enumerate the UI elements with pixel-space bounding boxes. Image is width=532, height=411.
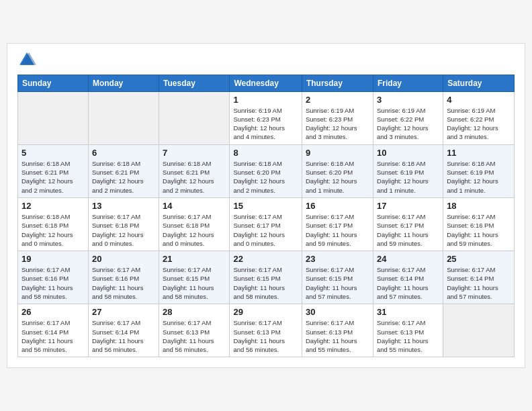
day-info: Sunrise: 6:17 AM Sunset: 6:13 PM Dayligh… — [377, 318, 439, 354]
calendar-cell: 11Sunrise: 6:18 AM Sunset: 6:19 PM Dayli… — [443, 144, 515, 197]
day-number: 10 — [377, 148, 439, 158]
calendar-cell: 17Sunrise: 6:17 AM Sunset: 6:17 PM Dayli… — [373, 197, 443, 250]
day-number: 9 — [306, 148, 369, 158]
day-number: 21 — [163, 254, 226, 264]
calendar-cell: 23Sunrise: 6:17 AM Sunset: 6:15 PM Dayli… — [302, 251, 373, 304]
calendar-cell: 27Sunrise: 6:17 AM Sunset: 6:14 PM Dayli… — [88, 304, 159, 357]
calendar-week-2: 5Sunrise: 6:18 AM Sunset: 6:21 PM Daylig… — [18, 144, 515, 197]
calendar-cell: 6Sunrise: 6:18 AM Sunset: 6:21 PM Daylig… — [88, 144, 159, 197]
day-number: 28 — [163, 307, 226, 317]
day-info: Sunrise: 6:19 AM Sunset: 6:22 PM Dayligh… — [447, 106, 511, 142]
calendar-cell: 21Sunrise: 6:17 AM Sunset: 6:15 PM Dayli… — [159, 251, 230, 304]
calendar-cell: 13Sunrise: 6:17 AM Sunset: 6:18 PM Dayli… — [88, 197, 159, 250]
calendar-cell: 28Sunrise: 6:17 AM Sunset: 6:13 PM Dayli… — [159, 304, 230, 357]
day-info: Sunrise: 6:19 AM Sunset: 6:23 PM Dayligh… — [233, 106, 298, 142]
day-number: 25 — [447, 254, 511, 264]
calendar-cell: 2Sunrise: 6:19 AM Sunset: 6:23 PM Daylig… — [302, 91, 373, 144]
day-number: 23 — [306, 254, 369, 264]
day-number: 5 — [21, 148, 85, 158]
day-number: 18 — [447, 201, 511, 211]
day-info: Sunrise: 6:17 AM Sunset: 6:14 PM Dayligh… — [92, 318, 155, 354]
day-number: 30 — [306, 307, 369, 317]
calendar-cell: 16Sunrise: 6:17 AM Sunset: 6:17 PM Dayli… — [302, 197, 373, 250]
calendar-cell: 10Sunrise: 6:18 AM Sunset: 6:19 PM Dayli… — [373, 144, 443, 197]
day-info: Sunrise: 6:17 AM Sunset: 6:13 PM Dayligh… — [306, 318, 369, 354]
day-number: 12 — [21, 201, 85, 211]
day-number: 22 — [233, 254, 298, 264]
calendar-cell: 3Sunrise: 6:19 AM Sunset: 6:22 PM Daylig… — [373, 91, 443, 144]
calendar-week-4: 19Sunrise: 6:17 AM Sunset: 6:16 PM Dayli… — [18, 251, 515, 304]
calendar-cell: 7Sunrise: 6:18 AM Sunset: 6:21 PM Daylig… — [159, 144, 230, 197]
calendar-cell — [443, 304, 515, 357]
calendar-cell: 30Sunrise: 6:17 AM Sunset: 6:13 PM Dayli… — [302, 304, 373, 357]
day-info: Sunrise: 6:17 AM Sunset: 6:13 PM Dayligh… — [233, 318, 298, 354]
day-number: 14 — [163, 201, 226, 211]
calendar-cell: 4Sunrise: 6:19 AM Sunset: 6:22 PM Daylig… — [443, 91, 515, 144]
day-info: Sunrise: 6:17 AM Sunset: 6:16 PM Dayligh… — [447, 212, 511, 248]
day-number: 7 — [163, 148, 226, 158]
day-info: Sunrise: 6:18 AM Sunset: 6:21 PM Dayligh… — [92, 159, 155, 195]
header-section — [17, 50, 515, 69]
weekday-header-friday: Friday — [373, 75, 443, 91]
day-number: 8 — [233, 148, 298, 158]
day-info: Sunrise: 6:19 AM Sunset: 6:22 PM Dayligh… — [377, 106, 439, 142]
day-info: Sunrise: 6:18 AM Sunset: 6:20 PM Dayligh… — [233, 159, 298, 195]
day-number: 2 — [306, 95, 369, 105]
weekday-header-tuesday: Tuesday — [159, 75, 230, 91]
day-info: Sunrise: 6:17 AM Sunset: 6:17 PM Dayligh… — [377, 212, 439, 248]
weekday-header-saturday: Saturday — [443, 75, 515, 91]
calendar-cell: 20Sunrise: 6:17 AM Sunset: 6:16 PM Dayli… — [88, 251, 159, 304]
calendar-cell: 12Sunrise: 6:18 AM Sunset: 6:18 PM Dayli… — [18, 197, 89, 250]
day-info: Sunrise: 6:17 AM Sunset: 6:15 PM Dayligh… — [306, 265, 369, 301]
day-info: Sunrise: 6:17 AM Sunset: 6:13 PM Dayligh… — [163, 318, 226, 354]
calendar-cell: 26Sunrise: 6:17 AM Sunset: 6:14 PM Dayli… — [18, 304, 89, 357]
calendar-cell — [18, 91, 89, 144]
day-info: Sunrise: 6:17 AM Sunset: 6:16 PM Dayligh… — [21, 265, 85, 301]
day-number: 20 — [92, 254, 155, 264]
calendar-cell — [159, 91, 230, 144]
calendar-cell: 19Sunrise: 6:17 AM Sunset: 6:16 PM Dayli… — [18, 251, 89, 304]
day-number: 15 — [233, 201, 298, 211]
day-info: Sunrise: 6:17 AM Sunset: 6:17 PM Dayligh… — [306, 212, 369, 248]
calendar-cell: 31Sunrise: 6:17 AM Sunset: 6:13 PM Dayli… — [373, 304, 443, 357]
calendar-cell: 15Sunrise: 6:17 AM Sunset: 6:17 PM Dayli… — [230, 197, 302, 250]
day-number: 11 — [447, 148, 511, 158]
logo — [17, 50, 39, 69]
day-number: 13 — [92, 201, 155, 211]
calendar-container: SundayMondayTuesdayWednesdayThursdayFrid… — [7, 43, 525, 369]
day-number: 16 — [306, 201, 369, 211]
day-number: 17 — [377, 201, 439, 211]
day-number: 31 — [377, 307, 439, 317]
day-info: Sunrise: 6:17 AM Sunset: 6:16 PM Dayligh… — [92, 265, 155, 301]
day-number: 29 — [233, 307, 298, 317]
calendar-week-5: 26Sunrise: 6:17 AM Sunset: 6:14 PM Dayli… — [18, 304, 515, 357]
calendar-cell: 1Sunrise: 6:19 AM Sunset: 6:23 PM Daylig… — [230, 91, 302, 144]
day-info: Sunrise: 6:18 AM Sunset: 6:19 PM Dayligh… — [447, 159, 511, 195]
day-number: 4 — [447, 95, 511, 105]
day-info: Sunrise: 6:18 AM Sunset: 6:21 PM Dayligh… — [163, 159, 226, 195]
calendar-cell: 14Sunrise: 6:17 AM Sunset: 6:18 PM Dayli… — [159, 197, 230, 250]
weekday-header-monday: Monday — [88, 75, 159, 91]
day-number: 1 — [233, 95, 298, 105]
calendar-grid: SundayMondayTuesdayWednesdayThursdayFrid… — [17, 75, 515, 358]
day-number: 24 — [377, 254, 439, 264]
weekday-header-row: SundayMondayTuesdayWednesdayThursdayFrid… — [18, 75, 515, 91]
day-info: Sunrise: 6:17 AM Sunset: 6:14 PM Dayligh… — [377, 265, 439, 301]
day-number: 6 — [92, 148, 155, 158]
day-info: Sunrise: 6:18 AM Sunset: 6:19 PM Dayligh… — [377, 159, 439, 195]
day-info: Sunrise: 6:18 AM Sunset: 6:18 PM Dayligh… — [21, 212, 85, 248]
calendar-cell: 29Sunrise: 6:17 AM Sunset: 6:13 PM Dayli… — [230, 304, 302, 357]
day-number: 19 — [21, 254, 85, 264]
weekday-header-sunday: Sunday — [18, 75, 89, 91]
weekday-header-thursday: Thursday — [302, 75, 373, 91]
day-number: 26 — [21, 307, 85, 317]
calendar-cell: 25Sunrise: 6:17 AM Sunset: 6:14 PM Dayli… — [443, 251, 515, 304]
calendar-cell: 18Sunrise: 6:17 AM Sunset: 6:16 PM Dayli… — [443, 197, 515, 250]
weekday-header-wednesday: Wednesday — [230, 75, 302, 91]
day-info: Sunrise: 6:19 AM Sunset: 6:23 PM Dayligh… — [306, 106, 369, 142]
calendar-cell: 9Sunrise: 6:18 AM Sunset: 6:20 PM Daylig… — [302, 144, 373, 197]
calendar-cell: 5Sunrise: 6:18 AM Sunset: 6:21 PM Daylig… — [18, 144, 89, 197]
day-info: Sunrise: 6:18 AM Sunset: 6:21 PM Dayligh… — [21, 159, 85, 195]
day-info: Sunrise: 6:17 AM Sunset: 6:15 PM Dayligh… — [233, 265, 298, 301]
calendar-cell: 24Sunrise: 6:17 AM Sunset: 6:14 PM Dayli… — [373, 251, 443, 304]
